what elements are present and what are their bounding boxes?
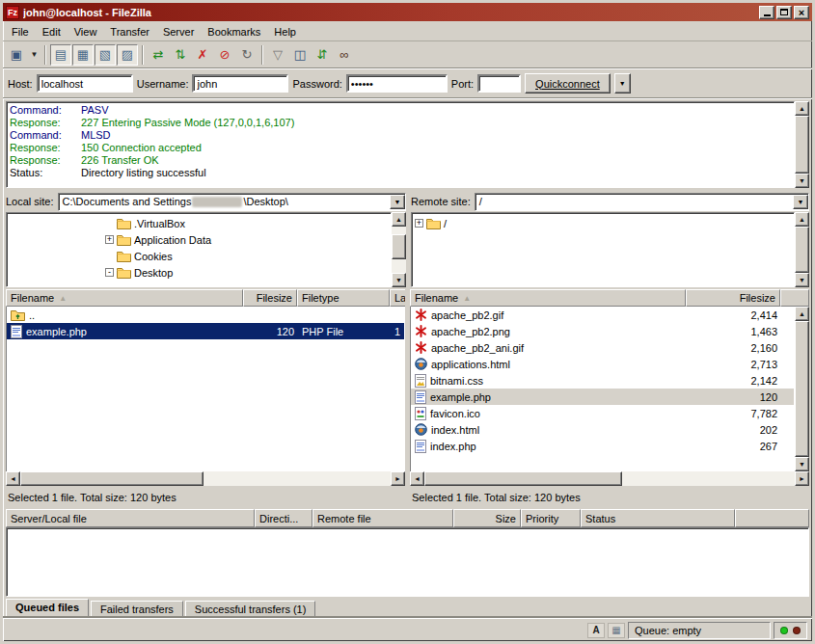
menu-item-view[interactable]: View [68,23,104,40]
expand-icon[interactable]: + [415,219,423,228]
menu-item-file[interactable]: File [5,23,36,40]
column-header-filename[interactable]: Filename▲ [410,289,686,307]
local-tree-scrollbar[interactable]: ▲ ▼ [392,212,406,287]
message-log-scrollbar[interactable]: ▲ ▼ [795,101,809,188]
reconnect-button[interactable]: ↻ [236,44,258,66]
scrollbar-thumb[interactable] [795,321,809,457]
quickconnect-dropdown-button[interactable]: ▼ [614,73,631,94]
file-row[interactable]: bitnami.css2,142 [411,372,794,389]
scroll-up-button[interactable]: ▲ [795,307,809,321]
column-header-size[interactable]: Size [453,509,521,527]
maximize-button[interactable] [776,6,792,19]
menu-item-edit[interactable]: Edit [36,23,68,40]
remote-site-dropdown-button[interactable]: ▼ [793,195,808,209]
scroll-up-button[interactable]: ▲ [795,101,809,116]
file-row[interactable]: applications.html2,713 [411,356,794,372]
scrollbar-thumb[interactable] [392,234,406,259]
scroll-left-button[interactable]: ◄ [6,471,20,486]
column-header-filename[interactable]: Filename▲ [6,289,243,307]
scroll-down-button[interactable]: ▼ [795,273,809,287]
remote-tree-scrollbar[interactable]: ▲ ▼ [795,212,809,287]
local-site-dropdown-button[interactable]: ▼ [390,195,405,209]
toggle-message-log-button[interactable]: ▤ [50,44,71,66]
local-tree-item[interactable]: +Application Data [7,231,391,248]
local-tree-item[interactable]: .VirtualBox [7,215,391,231]
synchronized-browsing-button[interactable]: ⇵ [312,44,333,66]
disconnect-button[interactable]: ⊘ [214,44,235,66]
menu-item-transfer[interactable]: Transfer [103,23,156,40]
menu-item-bookmarks[interactable]: Bookmarks [201,23,267,40]
tab-queued-files[interactable]: Queued files [6,599,89,618]
local-tree-item[interactable]: Cookies [7,248,391,264]
scroll-up-button[interactable]: ▲ [795,212,809,227]
column-header-server-local-file[interactable]: Server/Local file [6,509,255,527]
file-row[interactable]: .. [7,307,404,323]
scroll-down-button[interactable]: ▼ [795,174,809,188]
scrollbar-thumb[interactable] [795,116,809,174]
file-row[interactable]: favicon.ico7,782 [411,405,794,421]
quickconnect-button[interactable]: Quickconnect [525,73,611,94]
port-input[interactable] [477,74,521,93]
scrollbar-thumb[interactable] [424,471,622,486]
refresh-button[interactable]: ⇄ [148,44,169,66]
file-row[interactable]: apache_pb2_ani.gif2,160 [411,339,794,356]
scrollbar-thumb[interactable] [795,227,809,273]
cancel-button[interactable]: ✗ [192,44,213,66]
remote-list-scrollbar[interactable]: ▲ ▼ [795,307,809,471]
log-line-text: 226 Transfer OK [81,154,159,167]
tab-failed-transfers[interactable]: Failed transfers [91,601,183,618]
site-manager-dropdown-button[interactable]: ▼ [28,44,41,66]
file-row[interactable]: apache_pb2.gif2,414 [411,307,794,323]
file-row[interactable]: index.php267 [411,438,794,454]
remote-list-hscrollbar[interactable]: ◄ ► [410,471,809,486]
column-header-filetype[interactable]: Filetype [297,289,390,307]
menu-item-help[interactable]: Help [267,23,303,40]
process-queue-button[interactable]: ⇅ [170,44,191,66]
column-header-filesize[interactable]: Filesize [243,289,297,307]
collapse-icon[interactable]: - [105,268,114,277]
filter-button[interactable]: ▽ [267,44,288,66]
expand-icon[interactable]: + [105,235,114,244]
password-input[interactable] [346,74,448,93]
minimize-button[interactable] [759,6,774,19]
scrollbar-thumb[interactable] [20,471,204,486]
toggle-remote-tree-button[interactable]: ▧ [95,44,116,66]
file-row[interactable]: index.html202 [411,421,794,438]
scroll-right-button[interactable]: ► [795,471,809,486]
scroll-left-button[interactable]: ◄ [410,471,424,486]
directory-comparison-button[interactable]: ◫ [289,44,311,66]
column-header-priority[interactable]: Priority [521,509,581,527]
site-manager-button[interactable]: ▣ [6,44,27,66]
file-row[interactable]: example.php120PHP File1 [7,323,404,339]
find-files-button[interactable]: ∞ [334,44,355,66]
username-input[interactable] [192,74,288,93]
local-tree-item[interactable]: -Desktop [7,264,391,281]
host-input[interactable] [37,74,133,93]
scrollbar-track[interactable] [392,259,406,273]
scroll-right-button[interactable]: ► [391,471,405,486]
column-header-filesize[interactable]: Filesize [686,289,780,307]
transfer-queue-list[interactable] [6,527,809,597]
title-bar[interactable]: Fz john@localhost - FileZilla × [3,3,812,21]
menu-item-server[interactable]: Server [156,23,201,40]
close-button[interactable]: × [794,6,809,19]
column-header-direction[interactable]: Directi... [255,509,312,527]
scrollbar-track[interactable] [622,471,795,486]
scroll-down-button[interactable]: ▼ [392,273,406,287]
column-header-status[interactable]: Status [581,509,735,527]
column-header-last-modified[interactable]: Last modified [390,289,405,307]
toggle-transfer-queue-button[interactable]: ▨ [117,44,138,66]
toggle-local-tree-button[interactable]: ▦ [72,44,94,66]
local-list-hscrollbar[interactable]: ◄ ► [6,471,405,486]
column-header-remote-file[interactable]: Remote file [312,509,453,527]
scroll-up-button[interactable]: ▲ [392,212,406,227]
scrollbar-track[interactable] [392,227,406,234]
scrollbar-track[interactable] [204,471,391,486]
remote-tree-item[interactable]: +/ [412,215,794,231]
local-site-path-combo[interactable]: C:\Documents and Settings \Desktop\ ▼ [58,193,406,211]
tab-successful-transfers-1-[interactable]: Successful transfers (1) [185,601,316,618]
file-row[interactable]: example.php120 [411,389,794,405]
file-row[interactable]: apache_pb2.png1,463 [411,323,794,339]
remote-site-path-combo[interactable]: / ▼ [475,193,809,211]
scroll-down-button[interactable]: ▼ [795,457,809,471]
